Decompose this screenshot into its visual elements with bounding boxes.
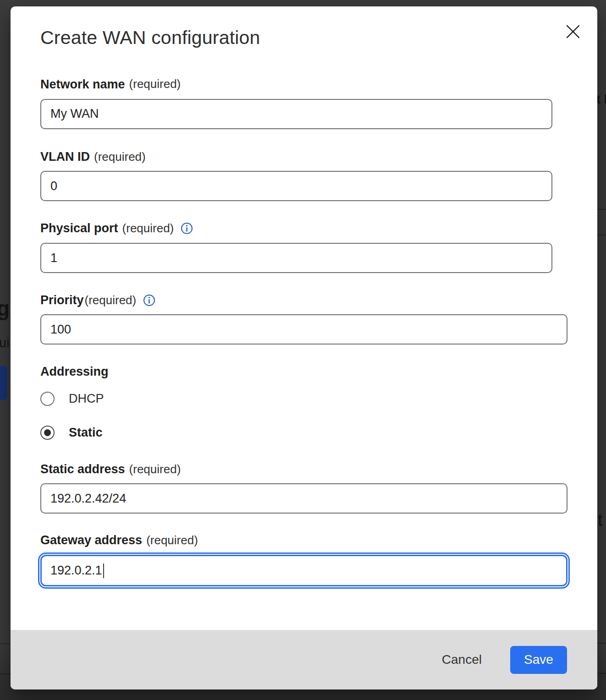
required-hint: (required): [94, 150, 146, 164]
static-address-label: Static address (required): [40, 462, 567, 476]
background-text-fragment: t: [598, 510, 603, 530]
radio-button-unselected[interactable]: [40, 392, 55, 406]
priority-input[interactable]: [40, 314, 567, 345]
dialog-footer: Cancel Save: [11, 630, 597, 689]
label-text: Network name: [40, 77, 125, 92]
gateway-address-input[interactable]: 192.0.2.1: [40, 555, 567, 586]
vlan-id-input[interactable]: [40, 171, 552, 201]
network-name-input[interactable]: [40, 99, 552, 129]
radio-label: DHCP: [69, 392, 104, 406]
dialog-title: Create WAN configuration: [40, 27, 567, 49]
addressing-option-static[interactable]: Static: [40, 425, 567, 440]
addressing-option-dhcp[interactable]: DHCP: [40, 391, 567, 406]
label-text: Physical port: [40, 221, 118, 235]
background-table-line: [597, 643, 606, 644]
required-hint: (required): [122, 222, 174, 235]
required-hint: (required): [129, 463, 181, 476]
radio-button-selected[interactable]: [40, 426, 55, 440]
network-name-label: Network name (required): [40, 77, 567, 92]
priority-label: Priority (required): [40, 293, 567, 307]
label-text: Gateway address: [40, 533, 142, 547]
radio-label: Static: [69, 426, 103, 440]
required-hint: (required): [85, 294, 137, 307]
info-icon[interactable]: [143, 294, 155, 306]
info-icon[interactable]: [181, 222, 193, 235]
close-button[interactable]: [563, 22, 583, 41]
background-text-fragment: ui: [0, 335, 10, 350]
background-text-fragment: t l: [596, 93, 606, 107]
vlan-id-label: VLAN ID (required): [40, 150, 567, 164]
gateway-address-value: 192.0.2.1: [50, 563, 102, 578]
label-text: VLAN ID: [40, 150, 90, 164]
gateway-address-label: Gateway address (required): [40, 533, 567, 547]
background-table-line: [0, 673, 10, 674]
physical-port-label: Physical port (required): [40, 221, 567, 235]
cancel-button[interactable]: Cancel: [439, 648, 485, 672]
close-icon: [565, 24, 581, 39]
background-table-line: [597, 673, 606, 674]
background-blue-button-fragment: [0, 366, 7, 400]
background-table-line: [0, 643, 10, 644]
label-text: Priority: [40, 293, 84, 307]
addressing-section-title: Addressing: [40, 365, 567, 379]
required-hint: (required): [129, 77, 181, 91]
save-button[interactable]: Save: [510, 646, 567, 674]
background-table-line: [597, 235, 606, 235]
text-cursor: [103, 563, 104, 578]
create-wan-dialog: Create WAN configuration Network name (r…: [11, 6, 597, 689]
background-table-line: [597, 209, 606, 210]
physical-port-input[interactable]: [40, 243, 552, 273]
static-address-input[interactable]: [40, 483, 567, 514]
required-hint: (required): [146, 534, 198, 547]
radio-dot: [44, 429, 51, 436]
screen: gu ui t l t Create WAN configuration Net…: [0, 0, 606, 700]
label-text: Static address: [40, 462, 125, 476]
